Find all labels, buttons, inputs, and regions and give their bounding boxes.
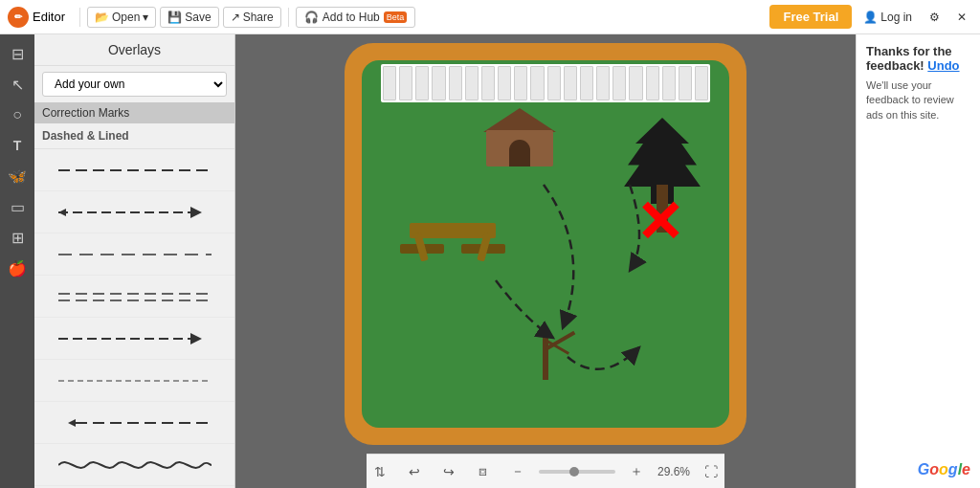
frame-tool[interactable]: ▭ — [4, 193, 31, 220]
canvas-wrapper: ✕ — [235, 34, 856, 454]
main-area: ⊟ ↖ ○ T 🦋 ▭ ⊞ 🍎 Overlays Add your own Co… — [0, 34, 980, 488]
list-item[interactable] — [34, 444, 234, 486]
chevron-down-icon: ▾ — [143, 11, 148, 24]
brand: ✏ Editor — [8, 7, 65, 28]
list-item[interactable] — [34, 191, 234, 233]
ad-body: We'll use your feedback to review ads on… — [866, 78, 970, 122]
save-icon: 💾 — [167, 11, 182, 24]
share-button[interactable]: ↗ Share — [223, 7, 281, 28]
settings-button[interactable]: ⚙ — [924, 8, 946, 27]
list-item[interactable] — [34, 233, 234, 276]
cursor-tool[interactable]: ↖ — [4, 71, 31, 98]
shape-tool[interactable]: ○ — [4, 101, 31, 128]
toolbar-right: Free Trial 👤 Log in ⚙ ✕ — [769, 5, 972, 29]
hub-icon: 🎧 — [304, 11, 319, 24]
picnic-table — [400, 213, 505, 280]
undo-button[interactable]: ↩ — [401, 458, 428, 485]
fullscreen-button[interactable]: ⛶ — [698, 458, 724, 485]
save-button[interactable]: 💾 Save — [160, 7, 218, 28]
doghouse — [486, 108, 553, 166]
close-icon: ✕ — [957, 11, 967, 24]
zoom-out-button[interactable]: － — [504, 458, 531, 485]
list-item[interactable] — [34, 318, 234, 360]
grid-tool[interactable]: ⊞ — [4, 224, 31, 251]
zoom-in-button[interactable]: ＋ — [623, 458, 650, 485]
beta-badge: Beta — [384, 11, 408, 23]
list-item[interactable] — [34, 276, 234, 318]
overlays-header: Overlays — [34, 34, 234, 66]
dead-tree — [522, 303, 569, 380]
ad-title: Thanks for the feedback! Undo — [866, 44, 970, 73]
brand-label: Editor — [33, 10, 65, 24]
flip-button[interactable]: ⧈ — [470, 458, 497, 485]
brand-icon: ✏ — [8, 7, 29, 28]
open-icon: 📂 — [95, 11, 109, 24]
svg-marker-2 — [58, 209, 66, 216]
fence — [381, 64, 710, 102]
add-hub-button[interactable]: 🎧 Add to Hub Beta — [296, 7, 416, 28]
user-icon: 👤 — [863, 11, 878, 24]
zoom-slider[interactable] — [539, 470, 615, 474]
open-button[interactable]: 📂 Open ▾ — [87, 7, 156, 28]
canvas[interactable]: ✕ — [345, 43, 746, 445]
add-your-own: Add your own — [42, 72, 227, 97]
overlays-list: Correction Marks Dashed & Lined — [34, 102, 234, 488]
close-button[interactable]: ✕ — [951, 8, 972, 27]
svg-marker-8 — [68, 419, 76, 427]
butterfly-tool[interactable]: 🦋 — [4, 163, 31, 189]
redo-button[interactable]: ↪ — [435, 458, 462, 485]
dashed-lined-header: Dashed & Lined — [34, 123, 234, 149]
ad-undo-link[interactable]: Undo — [927, 58, 959, 73]
ad-panel: Thanks for the feedback! Undo We'll use … — [856, 34, 980, 488]
filter-tool[interactable]: ⊟ — [4, 40, 31, 67]
separator — [79, 8, 80, 27]
list-item[interactable] — [34, 149, 234, 191]
share-icon: ↗ — [231, 11, 240, 24]
canvas-area: ✕ — [235, 34, 856, 488]
correction-marks-header: Correction Marks — [34, 102, 234, 123]
list-item[interactable] — [34, 402, 234, 444]
overlays-panel: Overlays Add your own Correction Marks D… — [34, 34, 235, 488]
layers-button[interactable]: ⇅ — [367, 458, 393, 485]
add-your-own-select[interactable]: Add your own — [42, 72, 227, 97]
canvas-inner: ✕ — [362, 60, 729, 428]
gear-icon: ⚙ — [929, 11, 940, 24]
text-tool[interactable]: T — [4, 132, 31, 159]
login-button[interactable]: 👤 Log in — [858, 8, 918, 27]
separator-2 — [288, 8, 289, 27]
list-item[interactable] — [34, 360, 234, 402]
bottom-toolbar: ⇅ ↩ ↪ ⧈ － ＋ 29.6% ⛶ — [367, 454, 724, 488]
left-tools: ⊟ ↖ ○ T 🦋 ▭ ⊞ 🍎 — [0, 34, 34, 488]
red-x: ✕ — [635, 194, 683, 252]
toolbar: ✏ Editor 📂 Open ▾ 💾 Save ↗ Share 🎧 Add t… — [0, 0, 980, 34]
google-logo: Google — [918, 461, 970, 478]
apple-tool[interactable]: 🍎 — [4, 255, 31, 281]
zoom-percent: 29.6% — [657, 465, 690, 478]
free-trial-button[interactable]: Free Trial — [769, 5, 852, 29]
